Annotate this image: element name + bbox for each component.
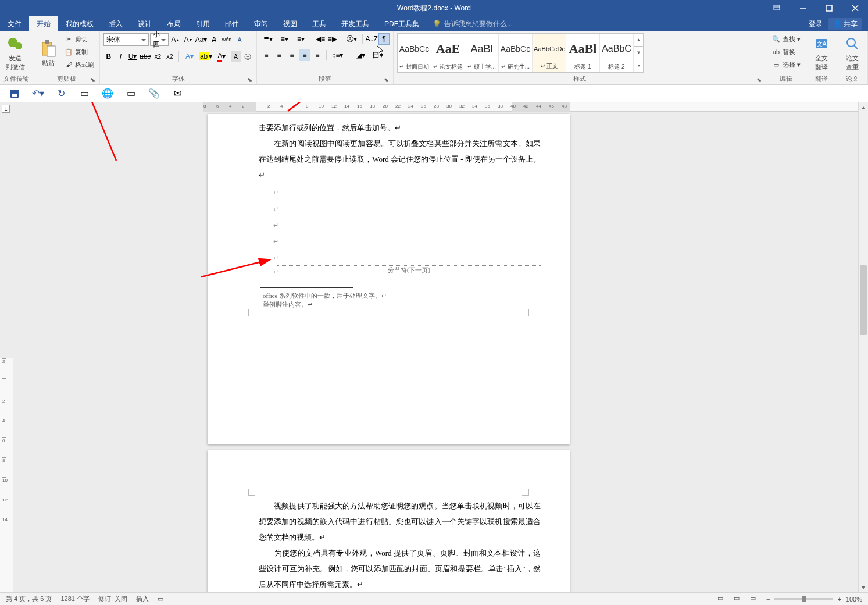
scroll-down-icon[interactable]: ▼ <box>859 582 868 592</box>
save-button[interactable] <box>9 88 20 99</box>
tab-review[interactable]: 审阅 <box>247 16 276 31</box>
font-name-combo[interactable]: 宋体 <box>103 33 149 46</box>
status-mode[interactable]: 插入 <box>136 595 149 603</box>
paste-button[interactable]: 粘贴 <box>37 33 60 73</box>
bullets-button[interactable]: ≣▾ <box>260 33 276 45</box>
qat-btn-2[interactable]: 🌐 <box>102 88 113 99</box>
tell-me-search[interactable]: 💡 告诉我您想要做什么... <box>433 16 513 31</box>
tab-file[interactable]: 文件 <box>0 16 29 31</box>
show-hide-marks-button[interactable]: ¶ <box>378 33 390 45</box>
qat-btn-4[interactable]: 📎 <box>148 88 160 99</box>
status-words[interactable]: 1281 个字 <box>60 595 90 603</box>
tab-selector[interactable]: L <box>2 105 10 113</box>
clipboard-launcher-icon[interactable]: ⬊ <box>89 76 96 83</box>
font-size-combo[interactable]: 小四 <box>150 33 169 46</box>
style-cover-date[interactable]: AaBbCc↵ 封面日期 <box>398 34 431 72</box>
qat-btn-3[interactable]: ▭ <box>125 88 137 99</box>
zoom-out-button[interactable]: − <box>766 596 770 603</box>
minimize-button[interactable] <box>790 0 816 16</box>
tab-references[interactable]: 引用 <box>188 16 217 31</box>
undo-button[interactable]: ↶▾ <box>32 88 44 99</box>
status-track[interactable]: 修订: 关闭 <box>98 595 127 603</box>
style-researcher[interactable]: AaBbCc↵ 研究生... <box>499 34 533 72</box>
papercheck-button[interactable]: 论文 查重 <box>841 33 864 73</box>
bold-button[interactable]: B <box>103 51 114 62</box>
strikethrough-button[interactable]: abc <box>140 51 151 62</box>
tab-home[interactable]: 开始 <box>29 16 58 31</box>
styles-gallery[interactable]: AaBbCc↵ 封面日期 AaE↵ 论文标题 AaBl↵ 硕士学... AaBb… <box>397 33 644 73</box>
redo-button[interactable]: ↻ <box>55 88 67 99</box>
distribute-button[interactable]: ≡ <box>312 49 323 61</box>
asian-layout-button[interactable]: Ⓐ▾ <box>344 33 359 45</box>
login-link[interactable]: 登录 <box>809 19 823 29</box>
vertical-ruler[interactable]: 22468101214 <box>0 358 13 592</box>
subscript-button[interactable]: x2 <box>152 51 163 62</box>
document-page-2[interactable]: 视频提供了功能强大的方法帮助您证明您的观点。当您单击联机视频时，可以在想要添加的… <box>208 450 570 592</box>
line-spacing-button[interactable]: ↕≡▾ <box>330 49 346 61</box>
tab-developer[interactable]: 开发工具 <box>334 16 377 31</box>
font-launcher-icon[interactable]: ⬊ <box>246 76 253 83</box>
styles-gallery-spin[interactable]: ▲▼▾ <box>634 34 643 72</box>
style-normal[interactable]: AaBbCcDc↵ 正文 <box>533 34 566 72</box>
shading-button[interactable]: ◢▾ <box>352 49 369 61</box>
select-button[interactable]: ▭选择 ▾ <box>770 59 802 70</box>
close-button[interactable] <box>842 0 868 16</box>
font-color-button[interactable]: A▾ <box>215 51 229 62</box>
clear-formatting-button[interactable]: A̷ <box>208 34 220 45</box>
sort-button[interactable]: A↓Z <box>366 33 377 45</box>
italic-button[interactable]: I <box>116 51 126 62</box>
ribbon-options-icon[interactable] <box>763 0 790 16</box>
underline-button[interactable]: U▾ <box>127 51 138 62</box>
horizontal-ruler[interactable]: 8642246810121416182022242628303234363840… <box>203 102 868 112</box>
qat-btn-5[interactable]: ✉ <box>172 88 183 99</box>
change-case-button[interactable]: Aa▾ <box>195 34 207 45</box>
format-painter-button[interactable]: 🖌格式刷 <box>62 59 96 70</box>
tab-tools[interactable]: 工具 <box>305 16 334 31</box>
vertical-scrollbar[interactable]: ▲ ▼ <box>858 102 868 592</box>
send-to-wechat-button[interactable]: 发送 到微信 <box>3 33 27 73</box>
style-master[interactable]: AaBl↵ 硕士学... <box>465 34 499 72</box>
text-effects-button[interactable]: A▾ <box>183 51 197 62</box>
align-left-button[interactable]: ≡ <box>260 49 272 61</box>
superscript-button[interactable]: x2 <box>165 51 175 62</box>
decrease-indent-button[interactable]: ◀≡ <box>315 33 326 45</box>
tab-mytemplates[interactable]: 我的模板 <box>58 16 101 31</box>
view-read-button[interactable]: ▭ <box>717 595 729 604</box>
style-heading1[interactable]: AaBl标题 1 <box>566 34 600 72</box>
style-heading2[interactable]: AaBbC标题 2 <box>600 34 634 72</box>
tab-mailings[interactable]: 邮件 <box>217 16 247 31</box>
view-web-button[interactable]: ▭ <box>750 595 762 604</box>
shrink-font-button[interactable]: A▼ <box>183 34 194 45</box>
numbering-button[interactable]: ≡▾ <box>277 33 292 45</box>
highlight-button[interactable]: ab▾ <box>198 51 213 62</box>
qat-btn-1[interactable]: ▭ <box>78 88 90 99</box>
tab-view[interactable]: 视图 <box>276 16 305 31</box>
scroll-up-icon[interactable]: ▲ <box>859 102 868 112</box>
justify-button[interactable]: ≡ <box>299 49 310 61</box>
zoom-level[interactable]: 100% <box>846 596 862 603</box>
align-center-button[interactable]: ≡ <box>273 49 285 61</box>
tab-layout[interactable]: 布局 <box>159 16 188 31</box>
char-border-button[interactable]: A <box>234 34 245 45</box>
zoom-slider[interactable] <box>774 598 833 600</box>
view-print-button[interactable]: ▭ <box>734 595 745 604</box>
styles-launcher-icon[interactable]: ⬊ <box>755 76 762 83</box>
char-shading-button[interactable]: A <box>231 51 241 62</box>
style-thesis-title[interactable]: AaE↵ 论文标题 <box>431 34 465 72</box>
maximize-button[interactable] <box>816 0 842 16</box>
align-right-button[interactable]: ≡ <box>286 49 298 61</box>
multilevel-list-button[interactable]: ≡▾ <box>293 33 308 45</box>
enclose-char-button[interactable]: ㊂ <box>242 51 253 62</box>
paragraph-launcher-icon[interactable]: ⬊ <box>383 76 390 83</box>
replace-button[interactable]: ab替换 <box>770 46 802 58</box>
zoom-in-button[interactable]: + <box>837 596 841 603</box>
translate-button[interactable]: 文A全文 翻译 <box>810 33 833 73</box>
grow-font-button[interactable]: A▲ <box>170 34 181 45</box>
scrollbar-thumb[interactable] <box>860 265 867 335</box>
tab-pdftools[interactable]: PDF工具集 <box>377 16 427 31</box>
find-button[interactable]: 🔍查找 ▾ <box>770 33 802 45</box>
tab-insert[interactable]: 插入 <box>101 16 130 31</box>
increase-indent-button[interactable]: ≡▶ <box>327 33 338 45</box>
share-button[interactable]: 👤 共享 <box>828 18 862 30</box>
phonetic-guide-button[interactable]: wén <box>221 34 233 45</box>
